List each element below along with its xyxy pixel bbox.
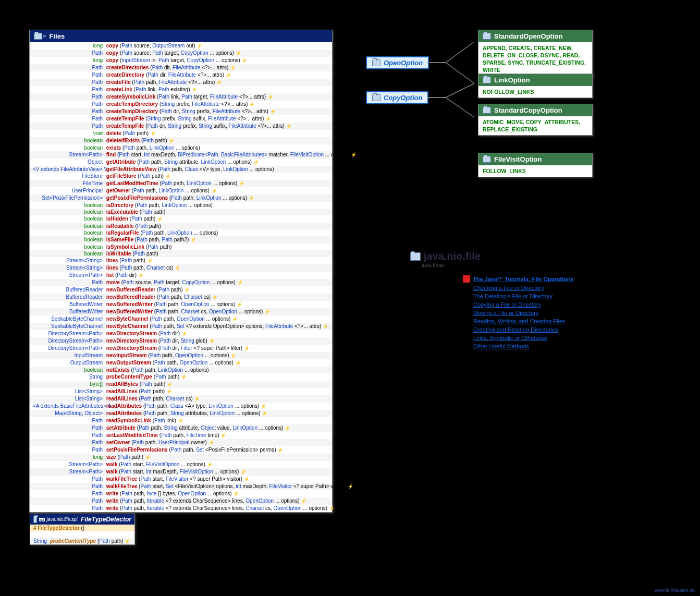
method-row: BufferedWriter newBufferedWriter (Path p… [30,301,332,308]
method-row: Path write (Path path, Iterable <? exten… [30,497,332,505]
method-row: Path walkFileTree (Path start, FileVisit… [30,476,332,483]
tutorial-link[interactable]: Checking a File or Directory [473,285,544,291]
tutorial-header-link[interactable]: The Java™ Tutorials: File Operations [473,276,574,282]
ftd-constructor: # FileTypeDetector () [30,525,134,531]
method-row: long size (Path path) ⚡ [30,454,332,461]
method-row: Path move (Path source, Path target, Cop… [30,279,332,286]
method-row: Stream<String> lines (Path path) ⚡ [30,257,332,264]
method-row: Path readSymbolicLink (Path link) ⚡ [30,417,332,424]
method-row: Path write (Path path, Iterable <? exten… [30,505,332,512]
method-row: BufferedReader newBufferedReader (Path p… [30,294,332,301]
method-row: InputStream newInputStream (Path path, O… [30,352,332,359]
folder-icon [372,94,380,101]
spi-badge: spi [39,518,45,521]
method-row: UserPrincipal getOwner (Path path, LinkO… [30,187,332,194]
method-row: Path createTempDirectory (String prefix,… [30,101,332,108]
method-row: boolean isDirectory (Path path, LinkOpti… [30,202,332,209]
method-row: long copy (InputStream in, Path target, … [30,57,332,64]
tutorial-link[interactable]: Creating and Reading Directories [473,326,558,333]
tutorial-link-item: Other Useful Methods [473,343,598,349]
method-row: <A extends BasicFileAttributes> A readAt… [30,403,332,410]
method-row: List<String> readAllLines (Path path) ⚡ [30,388,332,395]
folder-icon [483,107,491,114]
method-list: long copy (Path source, OutputStream out… [30,42,332,512]
oracle-icon [463,275,470,283]
ftd-method: String probeContentType (Path path) ⚡ [30,538,134,544]
tutorial-link[interactable]: Other Useful Methods [473,343,529,349]
class-name: Files [50,32,65,40]
tutorial-link[interactable]: Reading, Writing, and Creating Files [473,318,566,324]
interface-openoption: OpenOption [366,56,429,69]
method-row: byte[] readAllBytes (Path path) ⚡ [30,381,332,388]
tutorial-link[interactable]: Links, Symbolic or Otherwise [473,335,547,341]
method-row: Stream<Path> walk (Path start, int maxDe… [30,468,332,476]
method-row: BufferedWriter newBufferedWriter (Path p… [30,308,332,315]
method-row: Path createLink (Path link, Path existin… [30,86,332,93]
tutorial-link-item: Checking a File or Directory [473,285,598,291]
method-row: <V extends FileAttributeView> V getFileA… [30,166,332,173]
method-row: SeekableByteChannel newByteChannel (Path… [30,323,332,330]
method-row: Path createTempDirectory (Path dir, Stri… [30,108,332,115]
method-row: boolean exists (Path path, LinkOption ..… [30,144,332,151]
enum-values: ATOMIC_MOVE, COPY_ATTRIBUTES, REPLACE_EX… [478,116,592,135]
tutorial-link[interactable]: The Deleting a File or Directory [473,293,552,299]
method-row: Path setPosixFilePermissions (Path path,… [30,446,332,454]
method-row: String probeContentType (Path path) ⚡ [30,373,332,381]
folder-icon [483,33,491,40]
folder-icon [410,252,421,261]
enum-linkoption: LinkOption NOFOLLOW_LINKS [478,74,593,98]
method-row: Set<PosixFilePermission> getPosixFilePer… [30,194,332,202]
method-row: Path createTempFile (Path dir, String pr… [30,123,332,130]
enum-header: FileVisitOption [478,153,592,165]
tutorial-link-item: The Deleting a File or Directory [473,293,598,299]
method-row: boolean deleteIfExists (Path path) ⚡ [30,137,332,144]
files-header: F Files [30,30,332,42]
enum-values: FOLLOW_LINKS [478,165,592,177]
enum-standardcopyoption: StandardCopyOption ATOMIC_MOVE, COPY_ATT… [478,104,593,136]
enum-header: StandardCopyOption [478,104,592,116]
method-row: Stream<Path> list (Path dir) ⚡ [30,272,332,279]
method-row: Path createFile (Path path, FileAttribut… [30,79,332,86]
enum-header: LinkOption [478,74,592,86]
method-row: boolean isHidden (Path path) ⚡ [30,215,332,223]
method-row: void delete (Path path) ⚡ [30,130,332,137]
method-row: Stream<String> lines (Path path, Charset… [30,264,332,272]
package-label: java.nio.file java.base [410,250,481,268]
footer-link[interactable]: www.falkhausen.de [654,588,695,593]
method-row: Path setOwner (Path path, UserPrincipal … [30,439,332,446]
method-row: Path copy (Path source, Path target, Cop… [30,50,332,57]
method-row: Path write (Path path, byte [] bytes, Op… [30,490,332,497]
method-row: OutputStream newOutputStream (Path path,… [30,359,332,367]
method-row: boolean isRegularFile (Path path, LinkOp… [30,229,332,236]
tutorial-link[interactable]: Copying a File or Directory [473,301,541,308]
method-row: Path createDirectories (Path dir, FileAt… [30,64,332,71]
method-row: Path walkFileTree (Path start, Set <File… [30,483,332,490]
tutorial-link-item: Creating and Reading Directories [473,326,598,333]
method-row: boolean isSameFile (Path path, Path path… [30,236,332,244]
ftd-spacer [30,531,134,538]
method-row: Path createDirectory (Path dir, FileAttr… [30,71,332,79]
connector-lines [425,31,482,136]
method-row: boolean isSymbolicLink (Path path) [30,244,332,250]
folder-icon [33,516,37,523]
method-row: long copy (Path source, OutputStream out… [30,42,332,50]
folder-icon [34,33,42,40]
method-row: Path createTempFile (String prefix, Stri… [30,115,332,123]
interface-copyoption: CopyOption [366,91,428,104]
tutorial-link[interactable]: Moving a File or Directory [473,310,538,316]
method-row: Path createSymbolicLink (Path link, Path… [30,93,332,101]
enum-values: NOFOLLOW_LINKS [478,86,592,98]
method-row: SeekableByteChannel newByteChannel (Path… [30,315,332,323]
enum-standardopenoption: StandardOpenOption APPEND, CREATE, CREAT… [478,30,593,76]
method-row: DirectoryStream<Path> newDirectoryStream… [30,337,332,345]
method-row: Stream<Path> find (Path start, int maxDe… [30,151,332,159]
method-row: FileStore getFileStore (Path path) ⚡ [30,173,332,180]
method-row: boolean isWritable (Path path) [30,250,332,257]
tutorial-link-item: Reading, Writing, and Creating Files [473,318,598,324]
method-row: Path setAttribute (Path path, String att… [30,424,332,432]
files-class-box: F Files long copy (Path source, OutputSt… [29,30,333,513]
filetypedetector-box: spi java.nio.file.spi.FileTypeDetector #… [30,514,135,545]
tutorial-link-item: Moving a File or Directory [473,310,598,316]
method-row: Path setLastModifiedTime (Path path, Fil… [30,432,332,439]
ftd-header: spi java.nio.file.spi.FileTypeDetector [30,514,134,525]
